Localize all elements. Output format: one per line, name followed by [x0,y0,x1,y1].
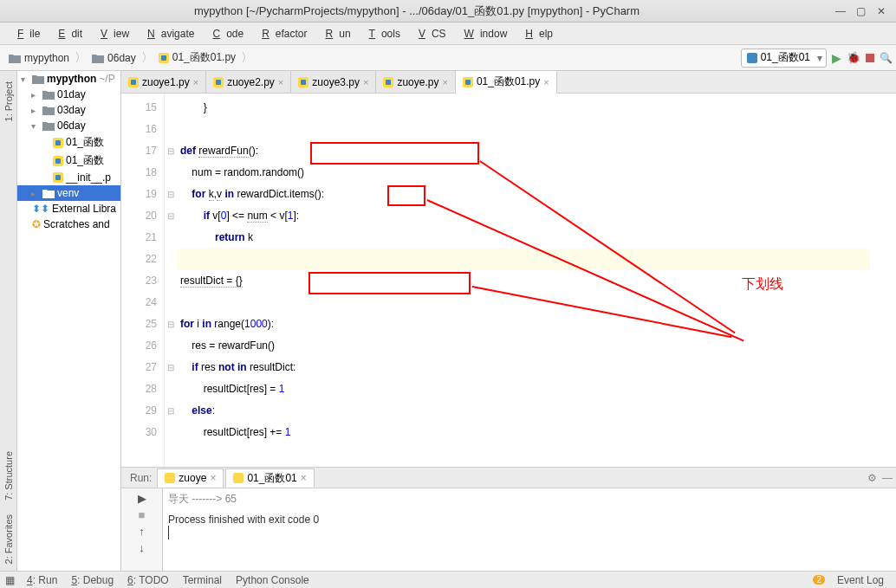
svg-rect-8 [55,175,61,180]
project-item[interactable]: ▾06day [17,118,120,133]
maximize-icon[interactable]: ▢ [856,5,868,17]
status-button[interactable]: 6: TODO [120,574,176,586]
stop-button[interactable]: ■ [139,508,146,521]
project-item[interactable]: 01_函数 [17,152,120,170]
svg-rect-12 [216,80,221,85]
titlebar: mypython [~/PycharmProjects/mypython] - … [0,0,896,23]
svg-rect-16 [386,80,391,85]
rerun-button[interactable]: ▶ [138,492,146,505]
menu-tools[interactable]: Tools [357,26,406,42]
editor-area: zuoye1.py×zuoye2.py×zuoye3.py×zuoye.py×0… [121,71,896,571]
run-output[interactable]: 导天 -------> 65 Process finished with exi… [163,488,896,571]
status-button[interactable]: 4: Run [20,574,64,586]
navigation-bar: mypython〉06day〉01_函数01.py〉 01_函数01 ▶ 🐞 🔍 [0,45,896,71]
event-badge: 2 [813,575,825,585]
minimize-icon[interactable]: — [835,5,847,17]
editor-tab[interactable]: zuoye2.py× [206,71,291,93]
project-item[interactable]: __init__.p [17,170,120,185]
menu-edit[interactable]: Edit [46,26,88,42]
left-tool-gutter: 1: Project 7: Structure 2: Favorites [0,71,17,571]
window-title: mypython [~/PycharmProjects/mypython] - … [7,3,827,19]
project-item[interactable]: ▸01day [17,87,120,102]
run-config-label: 01_函数01 [761,50,810,65]
run-config-select[interactable]: 01_函数01 [741,48,827,68]
debug-button[interactable]: 🐞 [847,51,860,64]
run-tab[interactable]: zuoye × [157,468,224,488]
project-item[interactable]: ⬍⬍External Libra [17,201,120,216]
run-label: Run: [125,472,157,484]
menu-code[interactable]: Code [200,26,250,42]
line-gutter: 15161718192021222324252627282930 [121,94,165,467]
run-tool-window: Run: zuoye ×01_函数01 × ⚙ — ▶ ■ ↑ ↓ 导天 ---… [121,467,896,571]
editor-tab[interactable]: zuoye3.py× [291,71,376,93]
project-item[interactable]: 01_函数 [17,133,120,152]
up-icon[interactable]: ↑ [139,525,145,538]
close-tab-icon[interactable]: × [442,77,447,87]
run-button[interactable]: ▶ [832,51,841,65]
favorites-tool-tab[interactable]: 2: Favorites [2,507,16,571]
status-button[interactable]: Terminal [176,574,229,586]
code-editor[interactable]: 15161718192021222324252627282930 ⊟⊟⊟⊟⊟⊟ … [121,94,896,467]
project-root[interactable]: ▾ mypython ~/P [17,71,120,87]
menu-help[interactable]: Help [513,26,559,42]
menu-file[interactable]: File [5,26,46,42]
svg-rect-18 [465,80,471,85]
editor-tabs: zuoye1.py×zuoye2.py×zuoye3.py×zuoye.py×0… [121,71,896,94]
find-button[interactable]: 🔍 [880,52,893,64]
svg-rect-19 [165,473,175,483]
structure-tool-tab[interactable]: 7: Structure [2,444,16,507]
editor-tab[interactable]: zuoye1.py× [121,71,206,93]
svg-rect-10 [131,80,136,85]
run-controls: ▶ ■ ↑ ↓ [121,488,163,571]
project-tool-tab[interactable]: 1: Project [2,74,16,128]
breadcrumb[interactable]: mypython [3,48,75,68]
fold-column: ⊟⊟⊟⊟⊟⊟ [165,94,177,467]
run-tab[interactable]: 01_函数01 × [225,468,314,488]
menu-view[interactable]: View [88,26,135,42]
svg-rect-14 [301,80,306,85]
menu-run[interactable]: Run [314,26,357,42]
menubar: FileEditViewNavigateCodeRefactorRunTools… [0,23,896,45]
project-panel: ▾ mypython ~/P ▸01day▸03day▾06day01_函数01… [17,71,121,571]
status-button[interactable]: 5: Debug [64,574,120,586]
settings-icon[interactable]: ⚙ [867,472,877,484]
menu-navigate[interactable]: Navigate [135,26,200,42]
stop-button[interactable] [866,54,874,62]
annotation-label: 下划线 [742,275,783,294]
menu-window[interactable]: Window [452,26,514,42]
close-icon[interactable]: ✕ [877,5,889,17]
menu-refactor[interactable]: Refactor [250,26,313,42]
breadcrumb[interactable]: 01_函数01.py [153,48,241,68]
project-item[interactable]: ▸03day [17,102,120,118]
status-button[interactable]: Python Console [229,574,316,586]
tool-window-toggle[interactable]: ▦ [5,574,15,586]
close-tab-icon[interactable]: × [278,77,283,87]
svg-rect-4 [55,140,61,145]
editor-tab[interactable]: 01_函数01.py× [456,71,557,94]
breadcrumb[interactable]: 06day [87,48,141,68]
event-log-button[interactable]: Event Log [830,574,891,586]
editor-tab[interactable]: zuoye.py× [376,71,455,93]
project-item[interactable]: ▸venv [17,185,120,201]
svg-rect-2 [747,53,757,63]
down-icon[interactable]: ↓ [139,541,145,554]
svg-rect-1 [161,55,166,61]
close-tab-icon[interactable]: × [363,77,368,87]
svg-rect-6 [55,158,61,164]
close-tab-icon[interactable]: × [543,77,549,87]
close-tab-icon[interactable]: × [193,77,198,87]
menu-vcs[interactable]: VCS [406,26,452,42]
project-item[interactable]: ✪Scratches and [17,216,120,232]
hide-icon[interactable]: — [882,472,893,484]
svg-rect-20 [233,473,243,483]
status-bar: ▦ 4: Run5: Debug6: TODOTerminalPython Co… [0,571,896,588]
